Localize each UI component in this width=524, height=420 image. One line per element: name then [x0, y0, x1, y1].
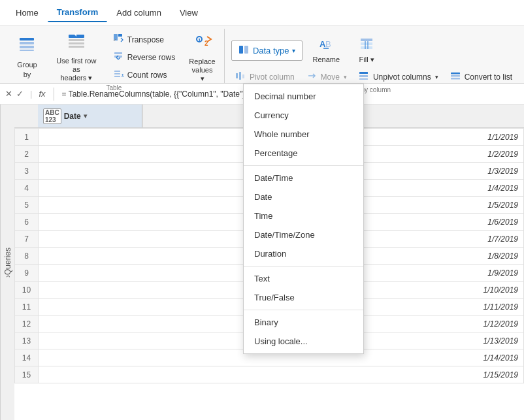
- menu-home[interactable]: Home: [7, 4, 48, 22]
- menu-view[interactable]: View: [171, 4, 207, 22]
- svg-rect-33: [451, 75, 460, 77]
- fill-icon: [359, 37, 374, 54]
- svg-text:1: 1: [198, 37, 201, 43]
- dropdown-item[interactable]: Whole number: [244, 125, 363, 144]
- svg-rect-30: [359, 75, 368, 77]
- menu-transform[interactable]: Transform: [48, 3, 108, 22]
- replace-values-button[interactable]: 1 2 Replacevalues ▾: [184, 38, 220, 77]
- svg-rect-10: [114, 52, 122, 54]
- svg-rect-9: [118, 34, 122, 37]
- row-number: 4: [15, 180, 39, 197]
- group-by-button[interactable]: Group by: [8, 38, 46, 77]
- rename-button[interactable]: A B Rename: [308, 34, 346, 67]
- unpivot-columns-icon: [359, 71, 369, 83]
- svg-rect-2: [20, 46, 34, 48]
- svg-rect-12: [114, 71, 120, 72]
- data-type-icon: [238, 44, 250, 57]
- dropdown-item[interactable]: Text: [244, 269, 363, 288]
- rename-icon: A B: [318, 37, 334, 54]
- data-type-chevron: ▾: [292, 47, 295, 54]
- svg-rect-19: [239, 46, 243, 54]
- svg-rect-27: [239, 72, 241, 80]
- svg-rect-0: [20, 38, 34, 40]
- svg-text:2: 2: [205, 40, 208, 47]
- dropdown-item[interactable]: Date/Time/Zone: [244, 225, 363, 244]
- data-type-button[interactable]: Data type ▾: [231, 40, 303, 61]
- svg-rect-1: [20, 42, 34, 44]
- row-number: 13: [15, 332, 39, 349]
- svg-rect-29: [359, 72, 368, 74]
- dropdown-separator: [244, 165, 363, 166]
- menu-add-column[interactable]: Add column: [107, 4, 171, 22]
- use-first-row-button[interactable]: Use first row asheaders ▾: [48, 38, 105, 77]
- dropdown-separator: [244, 310, 363, 310]
- date-column-header[interactable]: ABC123 Date ▾: [38, 105, 142, 127]
- row-number: 10: [15, 282, 39, 299]
- ribbon: Group by Use first row asheaders ▾: [0, 26, 524, 84]
- column-name: Date: [64, 112, 81, 121]
- dropdown-item[interactable]: Date: [244, 187, 363, 206]
- ribbon-col-table-ops: Transpose Reverse rows: [109, 31, 179, 83]
- dropdown-item[interactable]: Using locale...: [244, 332, 363, 351]
- queries-sidebar[interactable]: › Queries: [0, 105, 14, 420]
- row-number: 14: [15, 349, 39, 366]
- row-number: 15: [15, 366, 39, 383]
- dropdown-separator: [244, 266, 363, 267]
- replace-values-icon: 1 2: [193, 31, 212, 55]
- svg-rect-32: [451, 73, 460, 74]
- ribbon-group-table: Group by Use first row asheaders ▾: [4, 29, 225, 83]
- reverse-rows-button[interactable]: Reverse rows: [109, 49, 179, 65]
- formula-cancel-icon[interactable]: ✕: [5, 89, 12, 99]
- svg-rect-3: [20, 50, 34, 51]
- move-button[interactable]: Move ▾: [303, 69, 351, 85]
- convert-to-list-icon: [450, 71, 461, 83]
- unpivot-columns-button[interactable]: Unpivot columns ▾: [355, 69, 442, 85]
- svg-rect-20: [244, 46, 248, 54]
- dropdown-item[interactable]: Binary: [244, 313, 363, 332]
- table-row: 15 1/15/2019: [15, 366, 524, 383]
- svg-rect-25: [361, 46, 372, 49]
- dropdown-item[interactable]: Decimal number: [244, 87, 363, 106]
- formula-fx-label: fx: [39, 89, 45, 99]
- svg-rect-24: [361, 42, 372, 45]
- svg-rect-6: [69, 42, 84, 44]
- row-number: 9: [15, 265, 39, 282]
- dropdown-item[interactable]: Duration: [244, 244, 363, 263]
- group-by-icon: [18, 35, 36, 57]
- row-number: 12: [15, 315, 39, 332]
- svg-rect-31: [359, 78, 368, 80]
- column-type-icon: ABC123: [43, 108, 61, 124]
- svg-rect-26: [236, 73, 238, 78]
- row-number: 11: [15, 299, 39, 315]
- transpose-icon: [113, 33, 123, 46]
- dropdown-item[interactable]: Percentage: [244, 144, 363, 163]
- svg-rect-34: [451, 78, 460, 80]
- count-rows-button[interactable]: # Count rows: [109, 67, 179, 83]
- dropdown-item[interactable]: True/False: [244, 288, 363, 307]
- reverse-rows-icon: [113, 51, 123, 63]
- dropdown-item[interactable]: Currency: [244, 106, 363, 125]
- count-rows-icon: #: [113, 69, 123, 81]
- row-number: 3: [15, 163, 39, 180]
- use-first-row-icon: [67, 32, 86, 54]
- dropdown-item[interactable]: Time: [244, 206, 363, 225]
- formula-content: = Table.RenameColumns(table, {{"Column1"…: [62, 89, 251, 99]
- svg-rect-14: [114, 76, 120, 77]
- row-number: 2: [15, 146, 39, 163]
- convert-to-list-button[interactable]: Convert to list: [446, 69, 516, 85]
- ribbon-group-any-column: Data type ▾ A B Rename: [227, 29, 520, 83]
- pivot-column-button[interactable]: Pivot column: [231, 69, 299, 85]
- pivot-column-icon: [235, 71, 246, 83]
- svg-rect-7: [69, 46, 84, 48]
- transpose-button[interactable]: Transpose: [109, 31, 179, 48]
- formula-confirm-icon[interactable]: ✓: [16, 89, 24, 99]
- fill-button[interactable]: Fill ▾: [350, 34, 383, 67]
- dropdown-item[interactable]: Date/Time: [244, 169, 363, 187]
- column-dropdown-icon[interactable]: ▾: [84, 112, 87, 120]
- svg-rect-28: [242, 74, 244, 78]
- row-number: 7: [15, 231, 39, 248]
- row-number: 1: [15, 129, 39, 146]
- row-number: 5: [15, 197, 39, 214]
- queries-expand-icon: ›: [3, 275, 12, 278]
- svg-rect-5: [69, 39, 84, 41]
